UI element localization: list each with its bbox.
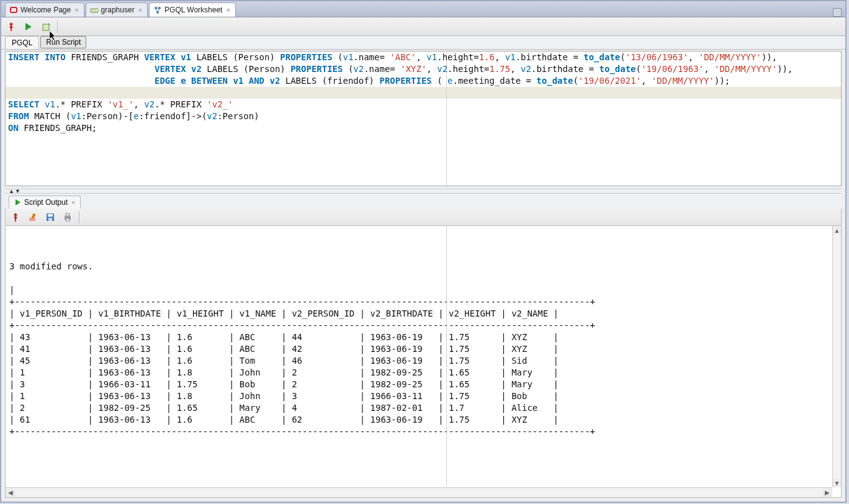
worksheet-toolbar — [1, 17, 845, 36]
tab-graphuser-label: graphuser — [101, 6, 135, 14]
save-output-button[interactable] — [44, 211, 56, 223]
scroll-right-icon[interactable]: ▶ — [822, 488, 832, 497]
svg-rect-13 — [48, 218, 52, 221]
output-tabs: Script Output × — [5, 194, 842, 209]
svg-rect-16 — [66, 218, 70, 221]
svg-text:SQL: SQL — [91, 9, 97, 12]
scroll-track[interactable] — [833, 235, 841, 479]
svg-rect-12 — [48, 214, 53, 217]
close-icon[interactable]: × — [71, 199, 75, 206]
pin-output-button[interactable] — [9, 211, 22, 223]
horizontal-scrollbar[interactable]: ◀ ▶ — [6, 487, 832, 497]
clear-output-button[interactable] — [27, 211, 39, 223]
scroll-left-icon[interactable]: ◀ — [6, 488, 16, 497]
code-content: INSERT INTO FRIENDS_GRAPH VERTEX v1 LABE… — [6, 52, 841, 134]
svg-rect-7 — [43, 24, 49, 30]
oracle-icon — [9, 6, 18, 14]
tab-pgql-worksheet[interactable]: PGQL Worksheet × — [149, 2, 236, 17]
scroll-up-icon[interactable]: ▲ — [833, 226, 841, 235]
tab-graphuser[interactable]: SQL graphuser × — [86, 2, 148, 17]
print-output-button[interactable] — [61, 211, 74, 223]
graph-icon — [153, 6, 162, 14]
script-output-panel: 3 modified rows. | +--------------------… — [5, 226, 842, 498]
scroll-down-icon[interactable]: ▼ — [833, 479, 841, 487]
horizontal-splitter[interactable]: ▲▼ — [5, 189, 842, 194]
tab-welcome-page[interactable]: Welcome Page × — [5, 2, 84, 17]
editor-tabs: Welcome Page × SQL graphuser × PGQL Work… — [1, 1, 845, 17]
close-icon[interactable]: × — [74, 6, 78, 14]
close-icon[interactable]: × — [138, 6, 142, 14]
pgql-language-tab[interactable]: PGQL — [5, 36, 39, 49]
tab-script-output[interactable]: Script Output × — [9, 196, 81, 209]
restore-window-icon[interactable] — [833, 8, 842, 17]
output-ruler — [446, 226, 447, 486]
run-icon — [14, 199, 22, 206]
toolbar-divider — [57, 20, 58, 33]
run-script-button[interactable]: Run Script — [40, 36, 86, 48]
svg-rect-9 — [29, 218, 35, 221]
vertical-scrollbar[interactable]: ▲ ▼ — [832, 226, 841, 487]
sql-icon: SQL — [90, 6, 99, 14]
run-button[interactable] — [22, 20, 35, 33]
export-button[interactable] — [40, 20, 52, 33]
tab-pgql-label: PGQL Worksheet — [164, 6, 222, 14]
close-icon[interactable]: × — [226, 6, 230, 14]
scroll-track[interactable] — [16, 488, 822, 497]
output-text[interactable]: 3 modified rows. | +--------------------… — [6, 235, 841, 450]
svg-rect-15 — [66, 214, 70, 216]
output-toolbar — [5, 209, 842, 226]
toolbar-divider — [79, 211, 79, 223]
tab-welcome-label: Welcome Page — [20, 6, 71, 14]
worksheet-subbar: PGQL Run Script — [1, 36, 845, 50]
svg-rect-0 — [11, 7, 17, 12]
pin-button[interactable] — [5, 20, 17, 33]
code-editor[interactable]: INSERT INTO FRIENDS_GRAPH VERTEX v1 LABE… — [5, 51, 842, 186]
tab-script-output-label: Script Output — [24, 198, 68, 207]
